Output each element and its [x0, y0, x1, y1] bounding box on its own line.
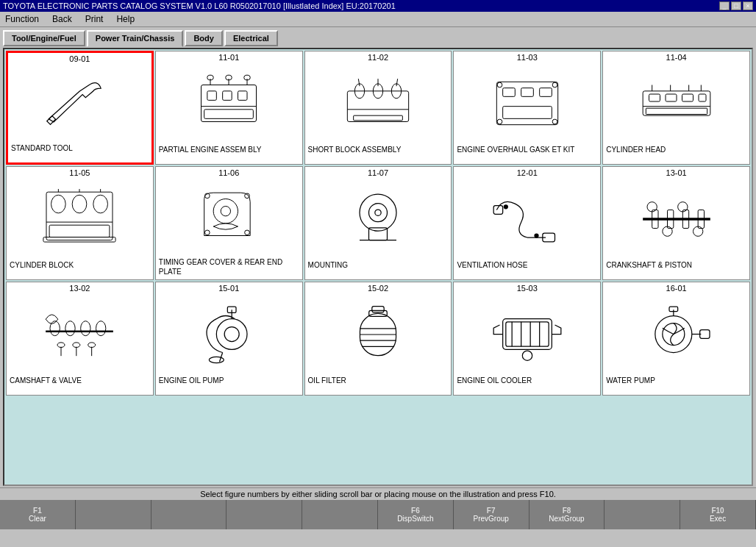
menu-function[interactable]: Function [3, 13, 41, 25]
minimize-button[interactable]: _ [719, 1, 730, 10]
part-image [8, 65, 151, 142]
svg-point-43 [51, 195, 66, 213]
part-label: ENGINE OVERHAUL GASK ET KIT [454, 143, 600, 164]
func-key-f8[interactable]: F8 NextGroup [529, 500, 605, 529]
part-cell-1301[interactable]: 13-01 CRANKSHAFT & PISTON [602, 166, 750, 280]
func-key-empty-3 [227, 500, 302, 529]
func-action-label: DispSwitch [397, 515, 433, 523]
svg-point-52 [213, 199, 238, 224]
part-image [156, 63, 302, 143]
svg-point-27 [497, 82, 502, 87]
part-cell-1101[interactable]: 11-01 PARTIAL ENGINE ASSEM BLY [155, 51, 303, 165]
part-image [305, 294, 452, 374]
func-key-label: F7 [487, 507, 496, 515]
svg-point-90 [210, 357, 224, 362]
svg-line-21 [396, 79, 398, 86]
part-number: 11-01 [156, 51, 302, 63]
status-bar: Select figure numbers by either sliding … [0, 487, 756, 500]
svg-rect-23 [502, 88, 515, 97]
part-image [454, 294, 600, 374]
part-cell-1103[interactable]: 11-03 ENGINE OVERHAUL GASK ET KIT [453, 51, 601, 165]
func-key-f1[interactable]: F1 Clear [0, 500, 76, 529]
svg-point-85 [73, 342, 80, 347]
parts-grid-area: 09-01 STANDARD TOOL 11-01 PARTIAL ENGINE… [3, 48, 753, 486]
svg-point-57 [245, 230, 250, 235]
maximize-button[interactable]: □ [731, 1, 741, 10]
func-key-label: F1 [33, 507, 42, 515]
part-number: 11-02 [305, 51, 452, 63]
func-key-empty-1 [76, 500, 151, 529]
svg-rect-1 [202, 85, 257, 122]
svg-point-44 [73, 195, 88, 213]
part-cell-1107[interactable]: 11-07 MOUNTING [304, 166, 452, 280]
part-number: 13-02 [7, 282, 153, 294]
close-button[interactable]: × [743, 1, 753, 10]
svg-rect-95 [372, 306, 384, 312]
func-key-empty-2 [151, 500, 227, 529]
tab-power-train[interactable]: Power Train/Chassis [87, 30, 184, 47]
part-cell-1104[interactable]: 11-04 CYLINDER HEAD [602, 51, 750, 165]
part-number: 09-01 [8, 53, 151, 65]
app-title: TOYOTA ELECTRONIC PARTS CATALOG SYSTEM V… [3, 1, 396, 10]
part-cell-1302[interactable]: 13-02 CAMSHAFT & VALVE [6, 282, 154, 396]
part-label: SHORT BLOCK ASSEMBLY [305, 143, 452, 164]
part-label: CRANKSHAFT & PISTON [603, 259, 749, 279]
svg-rect-33 [666, 94, 677, 101]
func-key-f6[interactable]: F6 DispSwitch [378, 500, 454, 529]
menu-print[interactable]: Print [83, 13, 106, 25]
svg-line-19 [358, 79, 360, 86]
svg-point-28 [552, 82, 557, 87]
function-keys-bar: F1 Clear F6 DispSwitch F7 PrevGroup F8 N… [0, 500, 756, 529]
svg-rect-18 [354, 115, 403, 121]
title-bar: TOYOTA ELECTRONIC PARTS CATALOG SYSTEM V… [0, 0, 756, 12]
menu-back[interactable]: Back [50, 13, 74, 25]
part-cell-1501[interactable]: 15-01 ENGINE OIL PUMP [155, 282, 303, 396]
svg-point-88 [224, 327, 239, 342]
svg-point-60 [375, 210, 381, 215]
svg-point-58 [360, 194, 396, 231]
part-number: 11-03 [454, 51, 600, 63]
svg-point-79 [81, 321, 90, 335]
part-number: 16-01 [603, 282, 749, 294]
svg-point-56 [205, 230, 210, 235]
part-cell-1106[interactable]: 11-06 TIMING GEAR COVER & REAR END PLATE [155, 166, 303, 280]
parts-grid: 09-01 STANDARD TOOL 11-01 PARTIAL ENGINE… [4, 49, 752, 397]
part-image [7, 294, 153, 374]
svg-rect-26 [502, 107, 552, 119]
part-cell-1502[interactable]: 15-02 OIL FILTER [304, 282, 452, 396]
svg-point-30 [552, 119, 557, 124]
tab-tool-engine-fuel[interactable]: Tool/Engine/Fuel [3, 30, 85, 46]
func-action-label: NextGroup [549, 515, 584, 523]
svg-point-86 [88, 342, 96, 347]
part-cell-0901[interactable]: 09-01 STANDARD TOOL [6, 51, 154, 165]
part-cell-1601[interactable]: 16-01 WATER PUMP [602, 282, 750, 396]
part-image [7, 179, 153, 259]
svg-point-77 [50, 321, 60, 335]
tab-electrical[interactable]: Electrical [224, 30, 278, 46]
svg-rect-34 [682, 94, 693, 101]
svg-point-78 [65, 321, 75, 335]
svg-point-106 [522, 351, 532, 360]
func-key-f10[interactable]: F10 Exec [680, 500, 756, 529]
part-label: WATER PUMP [603, 374, 749, 395]
svg-rect-13 [347, 91, 408, 122]
svg-point-80 [96, 321, 106, 335]
svg-rect-100 [502, 319, 552, 350]
part-cell-1503[interactable]: 15-03 ENGINE OIL COOLER [453, 282, 601, 396]
svg-point-45 [93, 195, 108, 213]
part-cell-1102[interactable]: 11-02 SHORT BLOCK ASSEMBLY [304, 51, 452, 165]
part-label: CYLINDER BLOCK [7, 259, 153, 279]
svg-rect-112 [699, 330, 709, 339]
func-action-label: Clear [29, 515, 46, 523]
func-key-f7[interactable]: F7 PrevGroup [454, 500, 529, 529]
svg-point-65 [504, 204, 507, 208]
menu-bar: Function Back Print Help [0, 12, 756, 27]
part-image [156, 294, 302, 374]
menu-help[interactable]: Help [114, 13, 137, 25]
tab-body[interactable]: Body [185, 30, 223, 46]
svg-rect-25 [539, 88, 552, 97]
svg-point-29 [497, 119, 502, 124]
part-cell-1201[interactable]: 12-01 VENTILATION HOSE [453, 166, 601, 280]
part-cell-1105[interactable]: 11-05 CYLINDER BLOCK [6, 166, 154, 280]
func-key-empty-8 [605, 500, 680, 529]
